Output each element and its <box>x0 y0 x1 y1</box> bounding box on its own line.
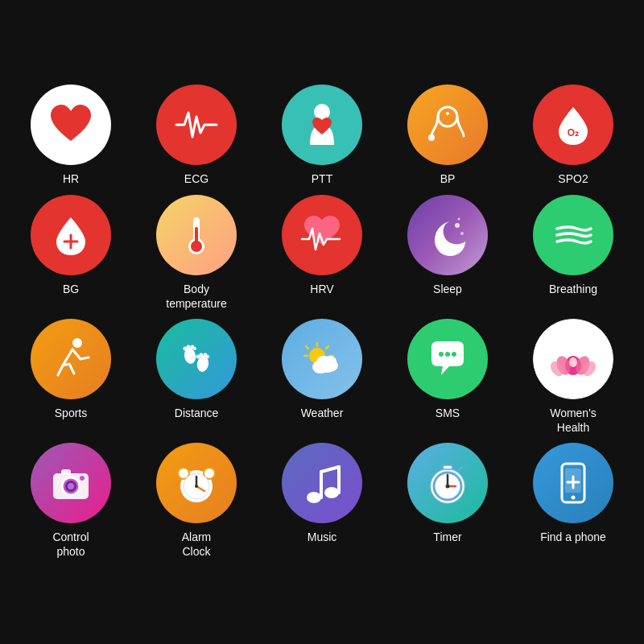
svg-point-49 <box>68 483 74 489</box>
list-item[interactable]: BP <box>385 85 510 186</box>
breathing-label: Breathing <box>549 282 597 296</box>
bp-label: BP <box>440 171 456 186</box>
svg-point-22 <box>193 347 196 350</box>
music-icon <box>282 443 362 523</box>
list-item[interactable]: HR <box>8 85 134 186</box>
list-item[interactable]: °C Body temperature <box>134 195 259 311</box>
list-item[interactable]: Sports <box>8 319 134 435</box>
photo-icon <box>31 443 111 523</box>
list-item[interactable]: Weather <box>259 319 385 435</box>
sms-icon <box>407 319 488 399</box>
svg-point-51 <box>80 476 85 481</box>
bp-icon <box>407 85 488 165</box>
timer-label: Timer <box>433 530 461 544</box>
svg-rect-66 <box>443 465 452 469</box>
findphone-label: Find a phone <box>540 530 606 544</box>
svg-point-13 <box>455 223 460 228</box>
svg-point-75 <box>572 496 576 500</box>
list-item[interactable]: Women's Health <box>510 319 636 435</box>
svg-point-39 <box>452 352 456 357</box>
svg-line-63 <box>321 467 339 472</box>
ptt-label: PTT <box>312 171 332 186</box>
sleep-icon <box>407 195 488 275</box>
ecg-label: ECG <box>184 171 208 186</box>
breathing-icon <box>533 195 613 275</box>
svg-point-26 <box>206 355 209 358</box>
svg-point-11 <box>191 241 202 252</box>
svg-point-20 <box>187 345 191 349</box>
weather-label: Weather <box>301 406 344 420</box>
list-item[interactable]: Distance <box>134 319 259 435</box>
sports-icon <box>31 319 111 399</box>
list-item[interactable]: Breathing <box>510 195 636 311</box>
svg-point-60 <box>324 487 339 498</box>
bg-icon <box>31 195 111 275</box>
photo-label: Control photo <box>52 530 89 559</box>
spo2-label: SPO2 <box>558 171 588 186</box>
distance-label: Distance <box>175 406 218 420</box>
bodytemp-icon: °C <box>156 195 237 275</box>
spo2-icon: O₂ <box>533 85 613 165</box>
svg-point-14 <box>460 232 464 235</box>
svg-point-24 <box>200 353 204 357</box>
svg-text:°C: °C <box>193 220 200 227</box>
list-item[interactable]: O₂ SPO2 <box>510 85 636 186</box>
list-item[interactable]: HRV <box>259 195 385 311</box>
bodytemp-label: Body temperature <box>166 282 226 311</box>
bg-label: BG <box>63 282 79 296</box>
app-grid: HR ECG PTT <box>0 68 644 575</box>
list-item[interactable]: SMS <box>385 319 510 435</box>
svg-point-2 <box>428 134 435 141</box>
list-item[interactable]: Find a phone <box>510 443 636 559</box>
list-item[interactable]: PTT <box>259 85 385 186</box>
alarm-label: Alarm Clock <box>182 530 212 559</box>
svg-text:O₂: O₂ <box>568 127 579 138</box>
hr-icon <box>31 85 111 165</box>
svg-point-38 <box>445 352 450 357</box>
music-label: Music <box>308 530 337 544</box>
svg-point-58 <box>195 485 198 488</box>
list-item[interactable]: Control photo <box>8 443 134 559</box>
distance-icon <box>156 319 237 399</box>
hrv-label: HRV <box>310 282 333 296</box>
hrv-icon <box>282 195 362 275</box>
weather-icon <box>282 319 362 399</box>
list-item[interactable]: Music <box>259 443 385 559</box>
svg-point-70 <box>446 485 450 489</box>
list-item[interactable]: Sleep <box>385 195 510 311</box>
ptt-icon <box>282 85 362 165</box>
sms-label: SMS <box>436 406 460 420</box>
list-item[interactable]: Alarm Clock <box>134 443 259 559</box>
list-item[interactable]: ECG <box>134 85 259 186</box>
sports-label: Sports <box>55 406 87 420</box>
womens-icon <box>533 319 613 399</box>
svg-line-67 <box>459 467 462 470</box>
hr-label: HR <box>63 171 79 186</box>
svg-point-37 <box>439 352 444 357</box>
svg-point-16 <box>72 338 82 348</box>
svg-point-59 <box>307 492 321 503</box>
ecg-icon <box>156 85 237 165</box>
svg-point-15 <box>458 217 460 220</box>
svg-rect-50 <box>61 469 71 475</box>
svg-line-29 <box>326 346 328 349</box>
svg-line-31 <box>306 346 308 349</box>
sleep-label: Sleep <box>433 282 462 296</box>
svg-point-45 <box>569 357 577 367</box>
list-item[interactable]: Timer <box>385 443 510 559</box>
womens-label: Women's Health <box>550 406 597 435</box>
svg-point-0 <box>314 104 330 120</box>
timer-icon <box>407 443 488 523</box>
findphone-icon <box>533 443 613 523</box>
svg-point-36 <box>324 356 336 367</box>
svg-point-1 <box>438 107 457 126</box>
list-item[interactable]: BG <box>8 195 134 311</box>
alarm-icon <box>156 443 237 523</box>
